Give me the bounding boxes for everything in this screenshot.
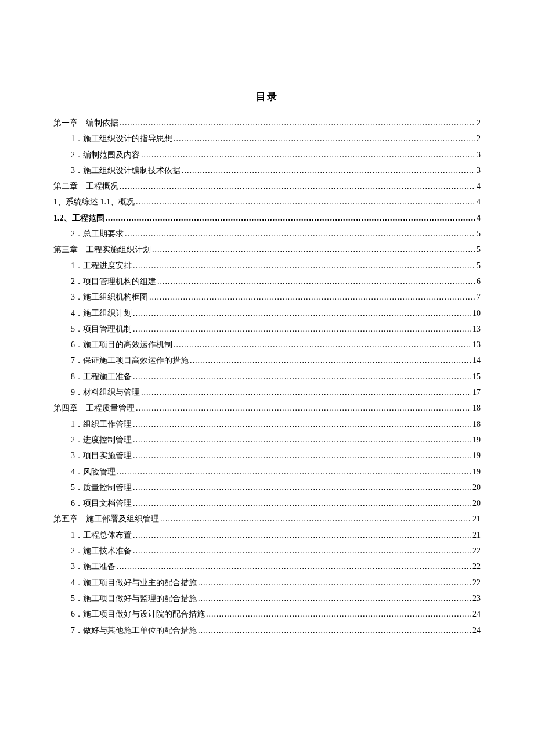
toc-entry-page: 23 — [472, 591, 481, 606]
toc-entry-label: 3．施工组织设计编制技术依据 — [71, 163, 181, 178]
toc-entry-label: 1．工程进度安排 — [71, 258, 132, 273]
toc-leader-dots — [133, 321, 471, 337]
toc-entry-page: 22 — [472, 559, 481, 574]
toc-entry-page: 5 — [477, 226, 481, 242]
toc-entry-page: 20 — [472, 480, 481, 495]
toc-entry: 4．施工项目做好与业主的配合措施22 — [53, 575, 481, 591]
toc-entry-label: 第四章 工程质量管理 — [53, 400, 135, 416]
toc-entry-page: 14 — [472, 352, 481, 368]
toc-entry-label: 第三章 工程实施组织计划 — [53, 242, 151, 257]
toc-leader-dots — [133, 416, 471, 432]
toc-entry-label: 2．施工技术准备 — [71, 543, 132, 559]
toc-leader-dots — [198, 575, 471, 591]
toc-entry-label: 2．编制范围及内容 — [71, 147, 140, 163]
toc-entry: 4．风险管理19 — [53, 464, 481, 480]
toc-entry: 2．编制范围及内容3 — [53, 147, 481, 163]
toc-leader-dots — [133, 432, 471, 448]
toc-entry: 8．工程施工准备15 — [53, 369, 481, 384]
toc-entry: 1.2、工程范围4 — [53, 210, 481, 226]
toc-leader-dots — [133, 527, 471, 543]
toc-leader-dots — [133, 495, 471, 511]
toc-entry-page: 21 — [472, 527, 481, 543]
toc-leader-dots — [133, 448, 471, 463]
toc-entry-page: 4 — [477, 210, 481, 226]
toc-entry: 3．项目实施管理19 — [53, 448, 481, 463]
toc-entry: 第五章 施工部署及组织管理21 — [53, 511, 481, 527]
toc-entry: 7．保证施工项目高效运作的措施14 — [53, 352, 481, 368]
toc-leader-dots — [190, 352, 471, 368]
toc-entry-label: 3．施工组织机构框图 — [71, 289, 148, 305]
toc-entry-page: 22 — [472, 575, 481, 591]
toc-entry-label: 6．施工项目的高效运作机制 — [71, 337, 172, 352]
toc-entry: 1、系统综述 1.1、概况4 — [53, 194, 481, 210]
toc-leader-dots — [133, 543, 471, 559]
toc-entry-page: 13 — [472, 321, 481, 337]
toc-entry-label: 3．施工准备 — [71, 559, 116, 574]
toc-entry-label: 4．施工组织计划 — [71, 305, 132, 321]
toc-leader-dots — [117, 559, 471, 574]
toc-entry-page: 3 — [477, 147, 481, 163]
toc-entry-page: 5 — [477, 258, 481, 273]
toc-entry: 第四章 工程质量管理18 — [53, 400, 481, 416]
toc-entry-label: 4．施工项目做好与业主的配合措施 — [71, 575, 197, 591]
toc-entry: 5．项目管理机制13 — [53, 321, 481, 337]
toc-entry-page: 2 — [477, 131, 481, 146]
toc-leader-dots — [160, 511, 471, 527]
toc-entry-page: 10 — [472, 305, 481, 321]
toc-entry-page: 19 — [472, 448, 481, 463]
toc-entry-page: 24 — [472, 606, 481, 622]
toc-entry-page: 22 — [472, 543, 481, 559]
toc-entry: 2．施工技术准备22 — [53, 543, 481, 559]
toc-entry-label: 1．施工组织设计的指导思想 — [71, 131, 172, 146]
toc-entry-label: 1、系统综述 1.1、概况 — [53, 194, 135, 210]
toc-entry: 6．施工项目做好与设计院的配合措施24 — [53, 606, 481, 622]
toc-entry-label: 1.2、工程范围 — [53, 210, 104, 226]
toc-entry: 第二章 工程概况4 — [53, 178, 481, 194]
toc-entry: 5．质量控制管理20 — [53, 480, 481, 495]
toc-entry: 1．工程进度安排5 — [53, 258, 481, 273]
toc-entry-page: 19 — [472, 464, 481, 480]
toc-leader-dots — [125, 226, 475, 242]
toc-entry-label: 6．施工项目做好与设计院的配合措施 — [71, 606, 205, 622]
toc-entry-page: 13 — [472, 337, 481, 352]
toc-entry-page: 18 — [472, 416, 481, 432]
table-of-contents: 第一章 编制依据21．施工组织设计的指导思想22．编制范围及内容33．施工组织设… — [53, 115, 481, 638]
toc-leader-dots — [141, 147, 475, 163]
toc-entry: 2．项目管理机构的组建6 — [53, 273, 481, 289]
toc-entry: 第一章 编制依据2 — [53, 115, 481, 131]
toc-leader-dots — [174, 131, 475, 146]
toc-entry: 3．施工组织设计编制技术依据3 — [53, 163, 481, 178]
toc-entry-label: 4．风险管理 — [71, 464, 116, 480]
toc-leader-dots — [136, 194, 475, 210]
toc-entry-page: 15 — [472, 369, 481, 384]
toc-entry: 1．工程总体布置21 — [53, 527, 481, 543]
toc-entry-label: 5．施工项目做好与监理的配合措施 — [71, 591, 197, 606]
toc-entry-page: 7 — [477, 289, 481, 305]
toc-entry: 6．项目文档管理20 — [53, 495, 481, 511]
toc-leader-dots — [133, 369, 471, 384]
toc-entry-page: 3 — [477, 163, 481, 178]
toc-entry-label: 1．工程总体布置 — [71, 527, 132, 543]
toc-entry: 4．施工组织计划10 — [53, 305, 481, 321]
toc-leader-dots — [133, 258, 475, 273]
toc-entry-label: 2．进度控制管理 — [71, 432, 132, 448]
toc-entry: 2．进度控制管理19 — [53, 432, 481, 448]
toc-entry-label: 第二章 工程概况 — [53, 178, 118, 194]
toc-entry-label: 1．组织工作管理 — [71, 416, 132, 432]
toc-leader-dots — [206, 606, 471, 622]
toc-leader-dots — [152, 242, 475, 257]
toc-entry: 1．施工组织设计的指导思想2 — [53, 131, 481, 146]
toc-entry: 1．组织工作管理18 — [53, 416, 481, 432]
toc-entry-label: 第一章 编制依据 — [53, 115, 118, 131]
toc-entry-page: 24 — [472, 622, 481, 638]
toc-entry: 2．总工期要求5 — [53, 226, 481, 242]
toc-leader-dots — [106, 210, 476, 226]
toc-entry: 5．施工项目做好与监理的配合措施23 — [53, 591, 481, 606]
toc-entry-page: 2 — [477, 115, 481, 131]
toc-leader-dots — [174, 337, 471, 352]
toc-entry: 9．材料组织与管理17 — [53, 384, 481, 400]
toc-leader-dots — [149, 289, 475, 305]
toc-leader-dots — [133, 305, 471, 321]
toc-entry-label: 9．材料组织与管理 — [71, 384, 140, 400]
toc-entry-label: 8．工程施工准备 — [71, 369, 132, 384]
